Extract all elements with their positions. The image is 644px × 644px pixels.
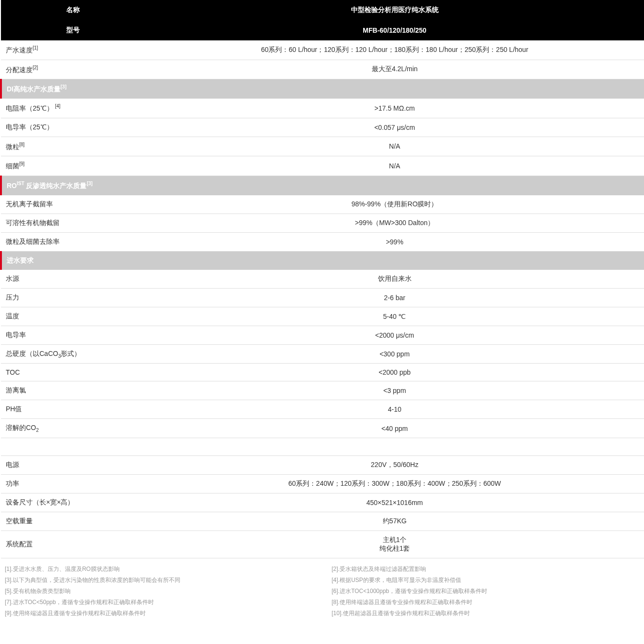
power-src-label: 电源 [1, 456, 145, 475]
footnote-9: [9].使用终端滤器且遵循专业操作规程和正确取样条件时 [5, 609, 313, 618]
power-src-value: 220V，50/60Hz [145, 456, 644, 475]
footnote-10: [10].使用超滤器且遵循专业操作规程和正确取样条件时 [332, 609, 640, 618]
section-di-sup: [3] [61, 84, 66, 89]
disp-rate-value: 最大至4.2L/min [145, 60, 644, 79]
section-di-label: DI高纯水产水质量 [7, 85, 61, 93]
ion-rej-label: 无机离子截留率 [1, 195, 145, 214]
particles-label: 微粒 [6, 142, 19, 150]
power-label: 功率 [1, 475, 145, 493]
row-co2: 溶解的CO2 <40 ppm [1, 419, 644, 438]
row-hardness: 总硬度（以CaCO3形式） <300 ppm [1, 344, 644, 364]
section-ro: ROIST 反渗透纯水产水质量[3] [1, 176, 644, 195]
row-toc: TOC <2000 ppb [1, 364, 644, 381]
row-bacteria: 细菌[9] N/A [1, 156, 644, 176]
footnote-3: [3].以下为典型值，受进水污染物的性质和浓度的影响可能会有所不同 [5, 576, 313, 584]
row-weight: 空载重量 约57KG [1, 512, 644, 531]
spec-table: 名称 中型检验分析用医疗纯水系统 型号 MFB-60/120/180/250 产… [0, 0, 644, 558]
cond-label: 电导率 [1, 326, 145, 344]
row-ph: PH值 4-10 [1, 400, 644, 419]
bacteria-label: 细菌 [6, 162, 19, 170]
power-value: 60系列：240W；120系列：300W；180系列：400W；250系列：60… [145, 475, 644, 493]
config-value: 主机1个 纯化柱1套 [145, 531, 644, 558]
dim-label: 设备尺寸（长×宽×高） [1, 493, 145, 512]
header-name-value: 中型检验分析用医疗纯水系统 [145, 0, 644, 20]
row-dim: 设备尺寸（长×宽×高） 450×521×1016mm [1, 493, 644, 512]
row-particles: 微粒[8] N/A [1, 137, 644, 156]
freecl-label: 游离氯 [1, 381, 145, 400]
footnote-4: [4].根据USP的要求，电阻率可显示为非温度补偿值 [332, 576, 640, 584]
pressure-label: 压力 [1, 288, 145, 307]
hardness-value: <300 ppm [145, 344, 644, 364]
resistivity-sup: [4] [55, 103, 60, 109]
header-model-row: 型号 MFB-60/120/180/250 [1, 20, 644, 40]
toc-label: TOC [1, 364, 145, 381]
prod-rate-sup: [1] [33, 45, 38, 51]
header-model-value: MFB-60/120/180/250 [145, 20, 644, 40]
resistivity-value: >17.5 MΩ.cm [145, 99, 644, 118]
hardness-label-post: 形式） [61, 350, 81, 357]
row-config: 系统配置 主机1个 纯化柱1套 [1, 531, 644, 558]
temp-label: 温度 [1, 307, 145, 326]
part-bact-rem-label: 微粒及细菌去除率 [1, 232, 145, 251]
row-conductivity25: 电导率（25℃） <0.057 μs/cm [1, 118, 644, 137]
source-value: 饮用自来水 [145, 270, 644, 289]
org-rej-value: >99%（MW>300 Dalton） [145, 214, 644, 232]
section-feed: 进水要求 [1, 251, 644, 270]
row-ion-rej: 无机离子截留率 98%-99%（使用新RO膜时） [1, 195, 644, 214]
ph-value: 4-10 [145, 400, 644, 419]
hardness-label-pre: 总硬度（以CaCO [6, 350, 58, 357]
row-spacer [1, 438, 644, 456]
bacteria-value: N/A [145, 156, 644, 176]
prod-rate-value: 60系列：60 L/hour；120系列：120 L/hour；180系列：18… [145, 40, 644, 60]
source-label: 水源 [1, 270, 145, 289]
footnote-8: [8].使用终端滤器且遵循专业操作规程和正确取样条件时 [332, 598, 640, 606]
conductivity25-label: 电导率（25℃） [1, 118, 145, 137]
ion-rej-value: 98%-99%（使用新RO膜时） [145, 195, 644, 214]
row-part-bact-rem: 微粒及细菌去除率 >99% [1, 232, 644, 251]
footnote-5: [5].受有机物杂质类型影响 [5, 587, 313, 595]
header-name-row: 名称 中型检验分析用医疗纯水系统 [1, 0, 644, 20]
disp-rate-label: 分配速度 [6, 65, 33, 73]
section-di: DI高纯水产水质量[3] [1, 79, 644, 99]
particles-value: N/A [145, 137, 644, 156]
conductivity25-value: <0.057 μs/cm [145, 118, 644, 137]
temp-value: 5-40 ℃ [145, 307, 644, 326]
row-power-src: 电源 220V，50/60Hz [1, 456, 644, 475]
row-cond: 电导率 <2000 μs/cm [1, 326, 644, 344]
bacteria-sup: [9] [19, 161, 25, 166]
row-temp: 温度 5-40 ℃ [1, 307, 644, 326]
config-label: 系统配置 [1, 531, 145, 558]
section-feed-label: 进水要求 [1, 251, 644, 270]
row-disp-rate: 分配速度[2] 最大至4.2L/min [1, 60, 644, 79]
particles-sup: [8] [19, 142, 25, 147]
resistivity-label: 电阻率（25℃） [6, 104, 53, 112]
prod-rate-label: 产水速度 [6, 46, 33, 54]
cond-value: <2000 μs/cm [145, 326, 644, 344]
freecl-value: <3 ppm [145, 381, 644, 400]
footnote-1: [1].受进水水质、压力、温度及RO膜状态影响 [5, 565, 313, 573]
row-pressure: 压力 2-6 bar [1, 288, 644, 307]
weight-value: 约57KG [145, 512, 644, 531]
header-model-label: 型号 [1, 20, 145, 40]
section-ro-sup: [3] [87, 181, 92, 186]
dim-value: 450×521×1016mm [145, 493, 644, 512]
row-power: 功率 60系列：240W；120系列：300W；180系列：400W；250系列… [1, 475, 644, 493]
co2-label-pre: 溶解的CO [6, 424, 36, 431]
footnote-7: [7].进水TOC<50ppb，遵循专业操作规程和正确取样条件时 [5, 598, 313, 606]
footnotes: [1].受进水水质、压力、温度及RO膜状态影响 [2].受水箱状态及终端过滤器配… [0, 558, 644, 624]
row-org-rej: 可溶性有机物截留 >99%（MW>300 Dalton） [1, 214, 644, 232]
row-source: 水源 饮用自来水 [1, 270, 644, 289]
toc-value: <2000 ppb [145, 364, 644, 381]
row-resistivity: 电阻率（25℃） [4] >17.5 MΩ.cm [1, 99, 644, 118]
disp-rate-sup: [2] [33, 65, 38, 70]
footnote-6: [6].进水TOC<1000ppb，遵循专业操作规程和正确取样条件时 [332, 587, 640, 595]
co2-value: <40 ppm [145, 419, 644, 438]
header-name-label: 名称 [1, 0, 145, 20]
row-prod-rate: 产水速度[1] 60系列：60 L/hour；120系列：120 L/hour；… [1, 40, 644, 60]
org-rej-label: 可溶性有机物截留 [1, 214, 145, 232]
row-freecl: 游离氯 <3 ppm [1, 381, 644, 400]
co2-sub: 2 [36, 428, 39, 433]
footnote-2: [2].受水箱状态及终端过滤器配置影响 [332, 565, 640, 573]
part-bact-rem-value: >99% [145, 232, 644, 251]
ph-label: PH值 [1, 400, 145, 419]
